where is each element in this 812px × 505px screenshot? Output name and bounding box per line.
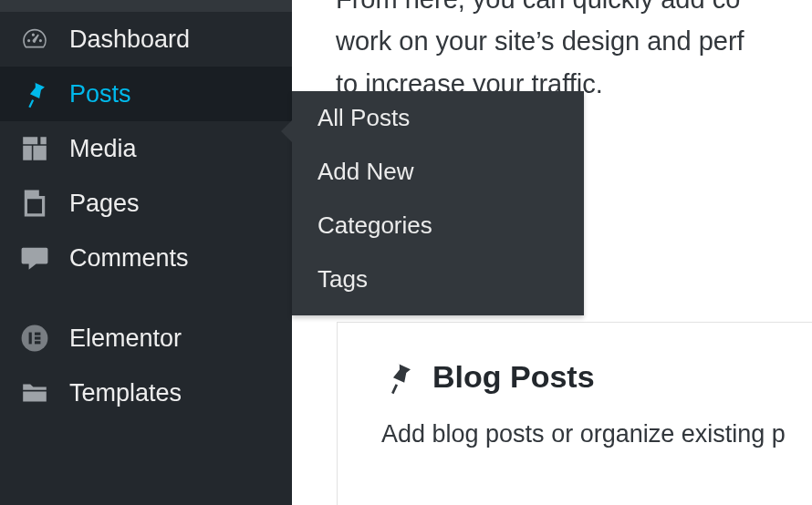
pages-icon xyxy=(20,189,49,218)
sidebar-item-label: Dashboard xyxy=(69,26,190,54)
submenu-item-categories[interactable]: Categories xyxy=(292,199,584,252)
intro-text: From here, you can quickly add co work o… xyxy=(292,0,812,105)
sidebar-item-media[interactable]: Media xyxy=(0,121,292,176)
card-title: Blog Posts xyxy=(432,359,595,395)
sidebar-item-pages[interactable]: Pages xyxy=(0,176,292,231)
admin-bar xyxy=(0,0,292,12)
elementor-icon xyxy=(20,324,49,353)
sidebar-item-label: Elementor xyxy=(69,325,182,353)
intro-line: work on your site’s design and perf xyxy=(336,20,812,62)
sidebar-item-label: Comments xyxy=(69,244,189,273)
svg-rect-2 xyxy=(35,333,40,335)
pin-icon xyxy=(381,360,416,395)
comments-icon xyxy=(20,243,49,273)
sidebar-item-elementor[interactable]: Elementor xyxy=(0,311,292,366)
sidebar-item-comments[interactable]: Comments xyxy=(0,231,292,285)
sidebar-item-templates[interactable]: Templates xyxy=(0,366,292,420)
submenu-arrow xyxy=(281,120,292,142)
blog-posts-card: Blog Posts Add blog posts or organize ex… xyxy=(337,322,812,505)
sidebar-item-posts[interactable]: Posts xyxy=(0,67,292,121)
dashboard-icon xyxy=(20,25,49,54)
posts-submenu: All Posts Add New Categories Tags xyxy=(292,91,584,315)
svg-rect-1 xyxy=(29,333,32,345)
submenu-item-tags[interactable]: Tags xyxy=(292,252,584,315)
folder-icon xyxy=(20,378,49,407)
svg-rect-3 xyxy=(35,336,40,339)
media-icon xyxy=(20,134,49,163)
submenu-item-all-posts[interactable]: All Posts xyxy=(292,91,584,145)
sidebar-item-label: Media xyxy=(69,135,137,163)
intro-line: From here, you can quickly add co xyxy=(336,0,812,20)
sidebar-item-dashboard[interactable]: Dashboard xyxy=(0,12,292,67)
pin-icon xyxy=(20,79,49,108)
sidebar-item-label: Templates xyxy=(69,379,182,407)
sidebar-item-label: Posts xyxy=(69,80,131,108)
card-description: Add blog posts or organize existing p xyxy=(381,420,812,448)
sidebar-item-label: Pages xyxy=(69,190,140,218)
svg-rect-4 xyxy=(35,341,40,344)
submenu-item-add-new[interactable]: Add New xyxy=(292,145,584,199)
